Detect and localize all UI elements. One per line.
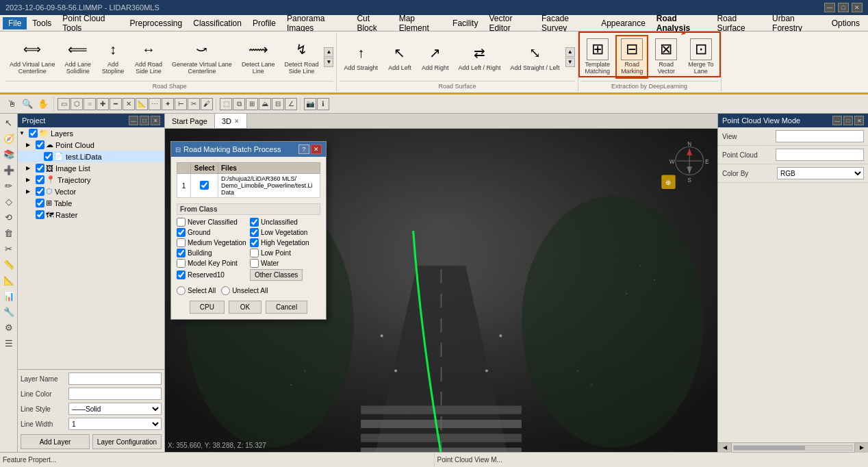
- angle-icon[interactable]: ∠: [285, 98, 297, 110]
- menu-facade-survey[interactable]: Facade Survey: [536, 12, 596, 34]
- template-matching-btn[interactable]: ⊞ TemplateMatching: [581, 36, 615, 78]
- tree-item-vector[interactable]: ▶ ⬡ Vector: [18, 186, 164, 197]
- ruler-icon[interactable]: 📐: [1, 273, 16, 288]
- point-cloud-input[interactable]: [776, 149, 864, 161]
- class-low-point-checkbox[interactable]: [250, 249, 259, 257]
- view-input[interactable]: [776, 130, 864, 142]
- menu-vector-editor[interactable]: Vector Editor: [483, 12, 536, 34]
- add-icon[interactable]: ➕: [1, 162, 16, 177]
- panel-maximize-btn[interactable]: □: [140, 116, 149, 125]
- info-icon[interactable]: ℹ: [317, 98, 329, 110]
- menu-preprocessing[interactable]: Preprocessing: [125, 17, 188, 29]
- menu-point-cloud-tools[interactable]: Point Cloud Tools: [57, 12, 124, 34]
- table-checkbox[interactable]: [36, 199, 44, 207]
- add-stopline-btn[interactable]: ↕ AddStopline: [97, 36, 129, 78]
- layers-checkbox[interactable]: [29, 129, 38, 138]
- class-unclassified-checkbox[interactable]: [250, 218, 259, 227]
- measure-icon[interactable]: 📐: [136, 98, 148, 110]
- right-panel-maximize-btn[interactable]: □: [843, 116, 853, 125]
- tree-item-test-lidata[interactable]: 📄 test.LiData: [18, 151, 164, 162]
- add-right-btn[interactable]: ↗ Add Right: [418, 39, 453, 75]
- line-width-select[interactable]: 1 2 3: [68, 418, 162, 430]
- cut-icon[interactable]: ✂: [1, 241, 16, 256]
- vertex-icon[interactable]: ◇: [1, 194, 16, 209]
- layers-icon[interactable]: 📚: [1, 147, 16, 162]
- cross-select-icon[interactable]: ✚: [97, 98, 109, 110]
- add-straight-left-btn[interactable]: ⤡ Add Straight / Left: [507, 39, 564, 75]
- menu-facility[interactable]: Facility: [447, 17, 483, 29]
- delete-icon[interactable]: 🗑: [1, 225, 16, 240]
- class-ground-checkbox[interactable]: [177, 228, 186, 237]
- class-model-key-point-checkbox[interactable]: [177, 259, 186, 268]
- add-lane-solidline-btn[interactable]: ⟸ Add LaneSolidline: [60, 36, 95, 78]
- road-marking-btn[interactable]: ⊟ RoadMarking: [615, 35, 648, 79]
- tree-item-raster[interactable]: 🗺 Raster: [18, 209, 164, 220]
- tree-item-layers[interactable]: ▼ 📁 Layers: [18, 127, 164, 139]
- pan-tool-icon[interactable]: ✋: [36, 97, 51, 112]
- add-road-sideline-btn[interactable]: ↔ Add RoadSide Line: [131, 36, 166, 78]
- add-virtual-lane-btn[interactable]: ⟺ Add Virtual LaneCenterline: [5, 36, 59, 78]
- row-select-checkbox[interactable]: [200, 181, 209, 190]
- add-left-btn[interactable]: ↖ Add Left: [383, 39, 416, 75]
- generate-virtual-lane-btn[interactable]: ⤻ Generate Virtual LaneCenterline: [168, 36, 236, 78]
- scroll-left-btn[interactable]: ◀: [718, 443, 732, 453]
- menu-panorama[interactable]: Panorama Images: [281, 12, 351, 34]
- detect-road-sideline-btn[interactable]: ↯ Detect RoadSide Line: [280, 36, 322, 78]
- terrain-icon[interactable]: ⛰: [259, 98, 271, 110]
- select-all-radio[interactable]: [177, 286, 186, 295]
- class-never-classified-checkbox[interactable]: [177, 218, 186, 227]
- pointer-icon[interactable]: ↖: [1, 115, 16, 130]
- road-surface-scroll-up[interactable]: ▲: [565, 47, 575, 57]
- cancel-button[interactable]: Cancel: [266, 301, 307, 314]
- panel-minimize-btn[interactable]: —: [129, 116, 138, 125]
- wand-icon[interactable]: ✦: [162, 98, 174, 110]
- right-panel-minimize-btn[interactable]: —: [832, 116, 842, 125]
- class-medium-vegetation-checkbox[interactable]: [177, 238, 186, 247]
- grid-icon[interactable]: ⊞: [246, 98, 258, 110]
- raster-checkbox[interactable]: [36, 210, 44, 219]
- menu-file[interactable]: File: [3, 17, 27, 29]
- circle-select-icon[interactable]: ○: [84, 98, 96, 110]
- select-tool-icon[interactable]: 🖱: [4, 97, 19, 112]
- add-straight-btn[interactable]: ↑ Add Straight: [340, 39, 382, 75]
- lidata-checkbox[interactable]: [44, 152, 53, 161]
- dialog-close-button[interactable]: ✕: [311, 144, 322, 154]
- fence-icon[interactable]: ⊢: [175, 98, 187, 110]
- view3d-icon[interactable]: ⬚: [220, 98, 232, 110]
- tree-item-point-cloud[interactable]: ▶ ☁ Point Cloud: [18, 139, 164, 151]
- line-style-select[interactable]: ——Solid - - Dashed ··· Dotted: [68, 403, 162, 415]
- maximize-button[interactable]: □: [838, 3, 849, 12]
- class-building-checkbox[interactable]: [177, 249, 186, 257]
- trajectory-checkbox[interactable]: [36, 175, 44, 184]
- minimize-button[interactable]: —: [824, 3, 835, 12]
- list-icon[interactable]: ☰: [1, 336, 16, 351]
- tree-item-trajectory[interactable]: ▶ 📍 Trajectory: [18, 174, 164, 186]
- transform-icon[interactable]: ⟲: [1, 210, 16, 225]
- class-reserved10-checkbox[interactable]: [177, 270, 186, 279]
- dialog-help-button[interactable]: ?: [298, 144, 309, 154]
- road-vector-btn[interactable]: ⊠ RoadVector: [650, 36, 682, 78]
- vector-checkbox[interactable]: [36, 187, 44, 196]
- ok-button[interactable]: OK: [229, 301, 261, 314]
- menu-classification[interactable]: Classification: [188, 17, 247, 29]
- other-classes-button[interactable]: Other Classes: [250, 269, 303, 281]
- menu-urban-forestry[interactable]: Urban Forestry: [767, 12, 826, 34]
- cpu-button[interactable]: CPU: [190, 301, 225, 314]
- viewport-canvas[interactable]: N S W E ⊕ X: 355.660, Y: 38.288, Z: 15.3…: [165, 129, 717, 452]
- scissors-icon[interactable]: ✂: [188, 98, 200, 110]
- scroll-thumb[interactable]: [734, 446, 805, 450]
- slice-icon[interactable]: ⧉: [233, 98, 245, 110]
- unselect-all-radio[interactable]: [221, 286, 230, 295]
- detect-lane-line-btn[interactable]: ⟿ Detect LaneLine: [238, 36, 279, 78]
- menu-road-surface[interactable]: Road Surface: [711, 12, 767, 34]
- menu-appearance[interactable]: Appearance: [596, 17, 651, 29]
- road-surface-scroll-down[interactable]: ▼: [565, 58, 575, 67]
- menu-map-element[interactable]: Map Element: [394, 12, 447, 34]
- tree-item-table[interactable]: ⊞ Table: [18, 197, 164, 209]
- draw-icon[interactable]: ✏: [1, 178, 16, 193]
- line-color-input[interactable]: [68, 388, 162, 400]
- color-by-select[interactable]: RGB Intensity Classification Height Retu…: [777, 167, 864, 179]
- right-panel-scrollbar[interactable]: ◀ ▶: [718, 442, 868, 452]
- scroll-right-btn[interactable]: ▶: [854, 443, 868, 453]
- tree-item-image-list[interactable]: ▶ 🖼 Image List: [18, 162, 164, 174]
